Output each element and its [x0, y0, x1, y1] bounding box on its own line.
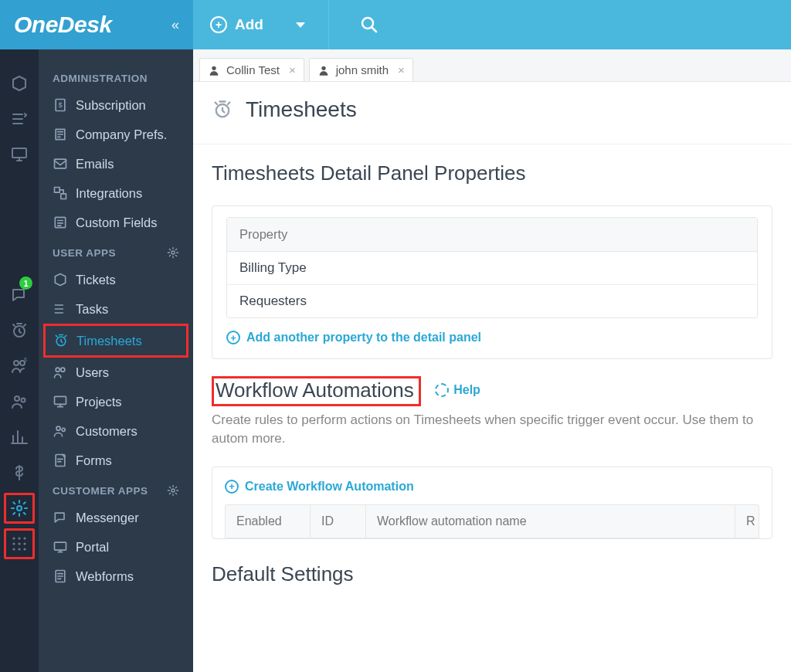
svg-point-7	[15, 396, 19, 401]
main-content: Timesheets Timesheets Detail Panel Prope…	[193, 82, 791, 672]
sidebar-item-label: Integrations	[76, 186, 142, 201]
svg-rect-2	[12, 148, 26, 158]
svg-rect-30	[55, 396, 66, 404]
page-title: Timesheets	[246, 97, 357, 122]
gear-icon[interactable]	[167, 246, 179, 259]
svg-point-4	[14, 361, 19, 365]
default-settings-section: Default Settings	[193, 539, 791, 594]
rail-analytics-icon[interactable]	[4, 422, 35, 453]
sidebar-item-label: Company Prefs.	[76, 127, 167, 142]
sidebar-item-integrations[interactable]: Integrations	[39, 178, 193, 208]
rail-finance-icon[interactable]	[4, 457, 35, 488]
sidebar-item-label: Users	[76, 365, 109, 380]
property-table-header: Property	[227, 218, 757, 252]
svg-point-28	[56, 368, 59, 372]
sidebar-item-label: Forms	[76, 453, 112, 468]
property-row[interactable]: Billing Type	[227, 252, 757, 285]
sidebar-item-label: Customers	[76, 424, 137, 439]
logo-area: OneDesk «	[0, 0, 193, 49]
detail-panel-section: Timesheets Detail Panel Properties	[193, 144, 791, 193]
svg-point-38	[321, 66, 325, 70]
notification-badge: 1	[19, 277, 32, 290]
property-table: Property Billing Type Requesters	[226, 217, 758, 318]
sidebar-section-user-apps-label: USER APPS	[53, 247, 116, 259]
sidebar-item-projects[interactable]: Projects	[39, 387, 193, 416]
svg-point-37	[212, 66, 216, 70]
close-icon[interactable]: ×	[289, 63, 296, 76]
svg-rect-24	[61, 194, 66, 199]
collapse-sidebar-icon[interactable]: «	[171, 17, 179, 33]
help-icon	[435, 383, 449, 397]
svg-point-10	[12, 537, 15, 539]
svg-rect-35	[55, 542, 66, 550]
chevron-down-icon	[296, 22, 305, 28]
help-link[interactable]: Help	[435, 383, 480, 397]
rail-settings-icon[interactable]	[4, 493, 35, 524]
sidebar-item-label: Webforms	[76, 569, 134, 584]
col-r: R	[735, 505, 759, 538]
detail-panel-heading: Timesheets Detail Panel Properties	[212, 161, 526, 185]
sidebar-item-tickets[interactable]: Tickets	[39, 265, 193, 294]
sidebar-item-company-prefs[interactable]: Company Prefs.	[39, 120, 193, 149]
workflow-table-header: Enabled ID Workflow automation name R	[225, 504, 759, 538]
rail-timesheets-icon[interactable]	[4, 315, 35, 346]
tab-user-2[interactable]: john smith ×	[309, 58, 413, 81]
svg-point-18	[23, 548, 25, 550]
close-icon[interactable]: ×	[398, 63, 405, 76]
search-area[interactable]	[329, 0, 791, 49]
rail-apps-icon[interactable]	[4, 528, 35, 559]
rail-users-icon[interactable]: $	[4, 351, 35, 382]
sidebar-item-custom-fields[interactable]: Custom Fields	[39, 208, 193, 237]
tab-label: Collin Test	[226, 63, 280, 76]
help-label: Help	[453, 383, 480, 397]
tab-label: john smith	[336, 63, 389, 76]
sidebar-item-portal[interactable]: Portal	[39, 532, 193, 562]
sidebar: ADMINISTRATION $ Subscription Company Pr…	[39, 49, 193, 672]
svg-point-14	[18, 542, 20, 545]
sidebar-item-subscription[interactable]: $ Subscription	[39, 90, 193, 120]
svg-rect-23	[55, 188, 60, 193]
sidebar-item-label: Projects	[76, 395, 122, 409]
person-icon	[208, 64, 220, 76]
tab-user-1[interactable]: Collin Test ×	[199, 58, 304, 81]
rail-tasks-icon[interactable]	[4, 104, 35, 134]
sidebar-item-emails[interactable]: Emails	[39, 149, 193, 178]
sidebar-item-label: Emails	[76, 157, 114, 171]
svg-text:$: $	[59, 101, 63, 109]
plus-icon: +	[210, 16, 227, 33]
add-button[interactable]: + Add	[193, 0, 329, 49]
rail-messenger-icon[interactable]: 1	[4, 280, 35, 311]
svg-point-32	[62, 428, 65, 431]
svg-text:$: $	[24, 357, 27, 362]
sidebar-item-forms[interactable]: Forms	[39, 446, 193, 475]
sidebar-item-label: Subscription	[76, 98, 146, 113]
svg-point-31	[56, 426, 60, 430]
create-workflow-button[interactable]: + Create Workflow Automation	[225, 480, 759, 494]
rail-presentation-icon[interactable]	[4, 139, 35, 170]
sidebar-item-label: Tickets	[76, 273, 116, 287]
plus-circle-icon: +	[225, 480, 239, 494]
workflow-section: Workflow Automations Help Create rules t…	[193, 359, 791, 456]
rail-tickets-icon[interactable]	[4, 68, 35, 99]
sidebar-item-users[interactable]: Users	[39, 358, 193, 387]
sidebar-item-tasks[interactable]: Tasks	[39, 294, 193, 324]
person-icon	[317, 64, 330, 76]
sidebar-section-admin: ADMINISTRATION	[39, 63, 193, 90]
svg-point-29	[61, 368, 65, 372]
sidebar-item-customers[interactable]: Customers	[39, 416, 193, 446]
property-row[interactable]: Requesters	[227, 285, 757, 317]
rail-customers-icon[interactable]	[4, 386, 35, 417]
gear-icon[interactable]	[167, 484, 179, 497]
sidebar-item-messenger[interactable]: Messenger	[39, 503, 193, 532]
col-enabled: Enabled	[226, 505, 311, 538]
property-card: Property Billing Type Requesters + Add a…	[212, 205, 772, 359]
add-property-button[interactable]: + Add another property to the detail pan…	[226, 331, 758, 344]
sidebar-item-webforms[interactable]: Webforms	[39, 562, 193, 591]
svg-point-26	[171, 251, 175, 254]
sidebar-item-label: Timesheets	[76, 334, 142, 348]
tab-bar: Collin Test × john smith ×	[193, 49, 791, 82]
col-name: Workflow automation name	[366, 505, 735, 538]
sidebar-item-timesheets[interactable]: Timesheets	[43, 324, 188, 358]
default-settings-heading: Default Settings	[212, 562, 354, 586]
add-property-label: Add another property to the detail panel	[246, 331, 481, 344]
